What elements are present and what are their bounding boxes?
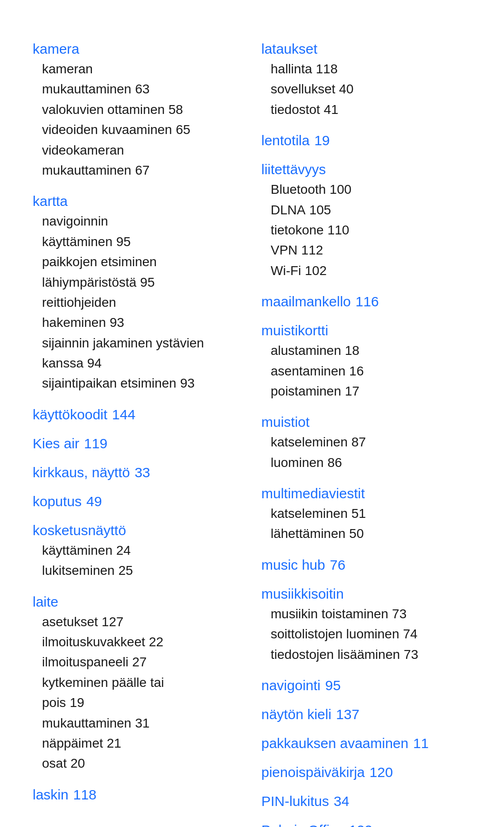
index-entry: navigointi95 (261, 678, 471, 693)
subitem-text: osat (42, 753, 67, 773)
subitem-text: mukauttaminen (42, 713, 131, 733)
index-entry: videoiden kuvaaminen65 (33, 120, 243, 140)
subitem-page-num: 105 (309, 200, 331, 220)
index-entry: sovellukset40 (261, 79, 471, 99)
subitem-text: soittolistojen luominen (271, 624, 399, 644)
index-entry: kameran (33, 59, 243, 79)
subitem-text: Wi-Fi (271, 261, 301, 281)
subitem-page-num: 87 (351, 432, 366, 452)
subitem-text: luominen (271, 452, 324, 473)
heading-text: liitettävyys (261, 162, 326, 177)
subitem-text: lukitseminen (42, 560, 115, 580)
subitem-page-num: 16 (349, 361, 364, 381)
left-column: kamerakameranmukauttaminen63valokuvien o… (33, 28, 243, 827)
subitem-text: ilmoituskuvakkeet (42, 632, 145, 652)
index-entry: kosketusnäyttö (33, 523, 243, 538)
index-entry: koputus49 (33, 494, 243, 509)
subitem-page-num: 93 (110, 312, 124, 332)
subitem-text: mukauttaminen (42, 79, 131, 99)
heading-page-num: 11 (413, 735, 428, 751)
index-entry: videokameran (33, 140, 243, 160)
subitem-page-num: 18 (345, 340, 359, 360)
subitem-text: ilmoituspaneeli (42, 652, 128, 672)
heading-page-num: 116 (356, 294, 379, 310)
index-entry: Polaris Office122 (261, 822, 471, 827)
subitem-text: videoiden kuvaaminen (42, 120, 172, 140)
heading-text: muistikortti (261, 323, 328, 339)
subitem-page-num: 22 (149, 632, 163, 652)
index-entry: näytön kieli137 (261, 707, 471, 722)
index-entry: mukauttaminen63 (33, 79, 243, 99)
index-entry: asetukset127 (33, 612, 243, 632)
index-entry: hakeminen93 (33, 312, 243, 332)
subitem-page-num: 20 (70, 753, 85, 773)
subitem-page-num: 95 (116, 232, 131, 252)
subitem-text: käyttäminen (42, 232, 112, 252)
subitem-page-num: 93 (180, 373, 195, 393)
index-entry: tietokone110 (261, 220, 471, 240)
subitem-page-num: 73 (404, 644, 418, 664)
subitem-text: alustaminen (271, 340, 341, 360)
subitem-text: katseleminen (271, 503, 348, 523)
subitem-page-num: 100 (329, 179, 351, 199)
index-entry: ilmoituskuvakkeet22 (33, 632, 243, 652)
index-entry: katseleminen51 (261, 503, 471, 523)
page-layout: kamerakameranmukauttaminen63valokuvien o… (33, 28, 471, 827)
heading-page-num: 122 (349, 822, 372, 827)
subitem-text: Bluetooth (271, 179, 326, 199)
subitem-text: katseleminen (271, 432, 348, 452)
heading-page-num: 144 (112, 407, 135, 423)
index-entry: kirkkaus, näyttö33 (33, 465, 243, 481)
index-entry: PIN-lukitus34 (261, 793, 471, 809)
index-entry: osat20 (33, 753, 243, 773)
heading-text: pakkauksen avaaminen (261, 735, 408, 751)
subitem-page-num: 127 (102, 612, 124, 632)
subitem-text: asetukset (42, 612, 98, 632)
heading-page-num: 95 (325, 678, 341, 693)
index-entry: käyttäminen24 (33, 540, 243, 560)
index-entry: mukauttaminen31 (33, 713, 243, 733)
subitem-text: kameran (42, 59, 93, 79)
heading-text: musiikkisoitin (261, 586, 344, 602)
index-entry: poistaminen17 (261, 381, 471, 401)
index-entry: Bluetooth100 (261, 179, 471, 199)
subitem-text: näppäimet (42, 733, 103, 753)
heading-page-num: 33 (134, 465, 150, 481)
index-entry: Kies air119 (33, 436, 243, 452)
subitem-page-num: 65 (176, 120, 190, 140)
heading-text: music hub (261, 557, 325, 573)
index-entry: multimediaviestit (261, 486, 471, 502)
heading-text: navigointi (261, 678, 321, 693)
subitem-page-num: 50 (349, 523, 364, 544)
subitem-text: tiedostojen lisääminen (271, 644, 400, 664)
index-entry: paikkojen etsiminen (33, 252, 243, 272)
subitem-text: hallinta (271, 59, 312, 79)
index-entry: pienoispäiväkirja120 (261, 764, 471, 780)
subitem-page-num: 21 (107, 733, 121, 753)
subitem-text: mukauttaminen (42, 160, 131, 180)
heading-text: käyttökoodit (33, 407, 107, 423)
index-entry: tiedostot41 (261, 99, 471, 120)
subitem-page-num: 25 (119, 560, 133, 580)
index-entry: music hub76 (261, 557, 471, 573)
index-entry: musiikkisoitin (261, 586, 471, 602)
index-entry: alustaminen18 (261, 340, 471, 360)
heading-page-num: 137 (336, 707, 359, 722)
heading-text: koputus (33, 494, 82, 509)
subitem-page-num: 94 (87, 353, 102, 373)
heading-text: Kies air (33, 436, 79, 452)
index-entry: valokuvien ottaminen58 (33, 99, 243, 120)
heading-text: multimediaviestit (261, 486, 365, 502)
subitem-text: lähettäminen (271, 523, 345, 544)
index-entry: DLNA105 (261, 200, 471, 220)
subitem-page-num: 102 (305, 261, 327, 281)
heading-text: laskin (33, 787, 69, 803)
index-entry: kanssa94 (33, 353, 243, 373)
index-entry: reittiohjeiden (33, 292, 243, 312)
index-entry: laite (33, 594, 243, 610)
heading-text: laite (33, 594, 58, 610)
index-entry: muistikortti (261, 323, 471, 339)
subitem-page-num: 58 (168, 99, 183, 120)
heading-page-num: 119 (84, 436, 107, 452)
subitem-text: valokuvien ottaminen (42, 99, 165, 120)
